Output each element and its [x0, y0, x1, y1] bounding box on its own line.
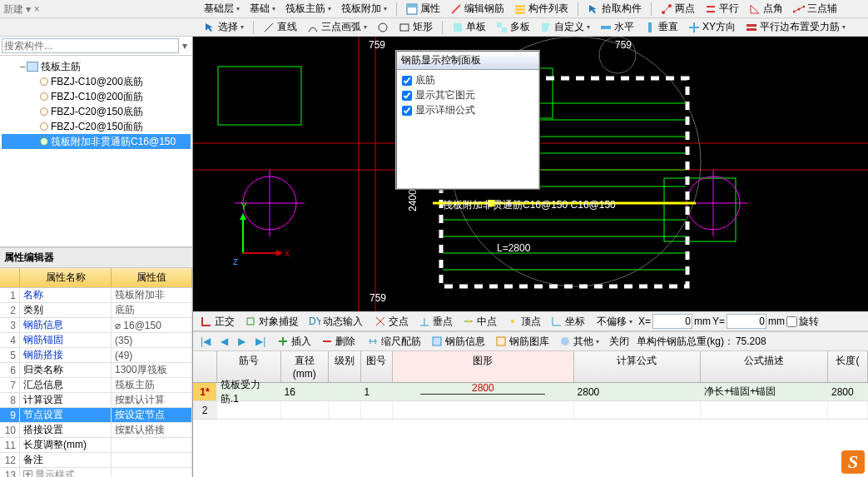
cell-name[interactable]: 筏板受力筋.1 — [217, 383, 281, 400]
btn-ortho[interactable]: 正交 — [196, 313, 239, 330]
tree-item-2[interactable]: FBZJ-C20@150底筋 — [2, 104, 191, 119]
btn-two-point[interactable]: 两点 — [657, 0, 699, 17]
btn-shrink-rebar[interactable]: 缩尺配筋 — [363, 333, 425, 350]
rebar-dropdown[interactable]: 筏板主筋▾ — [281, 0, 335, 17]
expand-icon[interactable]: − — [18, 61, 27, 72]
prop-value[interactable]: 筏板主筋 — [112, 378, 192, 392]
btn-vertex[interactable]: 顶点 — [503, 313, 545, 330]
tree-item-1[interactable]: FBZJ-C10@200面筋 — [2, 89, 191, 104]
prop-value[interactable]: 按默认计算 — [112, 393, 192, 407]
th-shape[interactable]: 图形 — [393, 351, 573, 382]
prop-value[interactable] — [112, 468, 192, 477]
btn-more-1[interactable] — [373, 20, 393, 35]
btn-other-dropdown[interactable]: 其他▾ — [555, 333, 603, 350]
btn-edit-rebar[interactable]: 编辑钢筋 — [446, 0, 508, 17]
btn-close[interactable]: 关闭 — [605, 333, 633, 350]
tree-item-4[interactable]: 筏板附加非贯通筋C16@150 — [2, 134, 191, 149]
rebar-display-control-panel[interactable]: 钢筋显示控制面板 底筋 显示其它图元 显示详细公式 — [395, 50, 540, 190]
btn-single-board[interactable]: 单板 — [448, 18, 490, 36]
btn-midpoint[interactable]: 中点 — [459, 313, 501, 330]
btn-rebar-lib[interactable]: 钢筋图库 — [491, 333, 553, 350]
x-input[interactable] — [652, 314, 692, 329]
th-length[interactable]: 长度( — [828, 351, 868, 382]
th-formula-desc[interactable]: 公式描述 — [701, 351, 828, 382]
property-row[interactable]: 11长度调整(mm) — [0, 438, 192, 453]
nav-first[interactable]: |◀ — [196, 334, 215, 349]
btn-vertical[interactable]: 垂直 — [640, 18, 682, 36]
property-row[interactable]: 5钢筋搭接(49) — [0, 348, 192, 363]
btn-properties[interactable]: 属性 — [402, 0, 444, 17]
rebar-add-dropdown[interactable]: 筏板附加▾ — [337, 0, 391, 17]
panel-title[interactable]: 钢筋显示控制面板 — [397, 52, 538, 70]
property-row[interactable]: 10搭接设置按默认搭接 — [0, 423, 192, 438]
btn-component-list[interactable]: 构件列表 — [510, 0, 573, 17]
cell-shape[interactable]: 2800 — [393, 383, 573, 400]
property-row[interactable]: 9节点设置按设定节点 — [0, 408, 192, 423]
property-row[interactable]: 13+显示样式 — [0, 468, 192, 477]
table-row[interactable]: 1* 筏板受力筋.1 16 1 2800 2800 净长+锚固+锚固 2800 — [193, 383, 868, 401]
btn-select[interactable]: 选择▾ — [200, 18, 248, 36]
prop-value[interactable]: 底筋 — [112, 303, 192, 317]
base-dropdown[interactable]: 基础▾ — [246, 0, 280, 17]
search-caret[interactable]: ▾ — [179, 40, 191, 52]
th-shape-no[interactable]: 图号 — [361, 351, 394, 382]
prop-value[interactable]: 1300厚筏板 — [112, 363, 192, 377]
prop-value[interactable]: ⌀ 16@150 — [112, 318, 192, 332]
prop-value[interactable]: 筏板附加非 — [112, 288, 192, 302]
btn-coord[interactable]: 坐标 — [547, 313, 589, 330]
btn-rebar-info[interactable]: 钢筋信息 — [427, 333, 489, 350]
property-row[interactable]: 6归类名称1300厚筏板 — [0, 363, 192, 378]
btn-insert[interactable]: 插入 — [273, 333, 315, 350]
prop-value[interactable] — [112, 438, 192, 452]
property-grid[interactable]: 1名称筏板附加非2类别底筋3钢筋信息⌀ 16@1504钢筋锚固(35)5钢筋搭接… — [0, 288, 192, 477]
btn-perp[interactable]: 垂点 — [414, 313, 457, 330]
nav-last[interactable]: ▶| — [251, 334, 270, 349]
prop-value[interactable]: (35) — [112, 333, 192, 347]
btn-custom[interactable]: 自定义▾ — [536, 18, 594, 36]
prop-value[interactable]: 按默认搭接 — [112, 423, 192, 437]
property-row[interactable]: 2类别底筋 — [0, 303, 192, 318]
btn-delete[interactable]: 删除 — [317, 333, 360, 350]
btn-osnap[interactable]: 对象捕捉 — [241, 313, 303, 330]
btn-parallel-edge[interactable]: 平行边布置受力筋▾ — [742, 18, 850, 36]
nav-next[interactable]: ▶ — [234, 334, 250, 349]
rot-check[interactable] — [786, 316, 797, 327]
prop-value[interactable] — [112, 453, 192, 467]
table-row-empty[interactable]: 2 — [193, 401, 868, 420]
cell-shape-no[interactable]: 1 — [361, 383, 394, 400]
btn-horizontal[interactable]: 水平 — [596, 18, 638, 36]
btn-dyn-input[interactable]: DYN动态输入 — [305, 313, 367, 330]
property-row[interactable]: 3钢筋信息⌀ 16@150 — [0, 318, 192, 333]
chk-show-other[interactable]: 显示其它图元 — [402, 88, 533, 102]
search-input[interactable] — [2, 38, 179, 53]
property-row[interactable]: 8计算设置按默认计算 — [0, 393, 192, 408]
layer-dropdown[interactable]: 基础层▾ — [200, 0, 244, 17]
th-grade[interactable]: 级别 — [329, 351, 361, 382]
cell-length[interactable]: 2800 — [828, 383, 868, 400]
nav-prev[interactable]: ◀ — [216, 334, 232, 349]
prop-value[interactable]: 按设定节点 — [112, 408, 192, 422]
property-row[interactable]: 7汇总信息筏板主筋 — [0, 378, 192, 393]
btn-parallel[interactable]: 平行 — [701, 0, 743, 17]
btn-xy[interactable]: XY方向 — [684, 18, 740, 36]
btn-multi-board[interactable]: 多板 — [492, 18, 534, 36]
btn-rect[interactable]: 矩形 — [394, 18, 437, 36]
th-diameter[interactable]: 直径(mm) — [281, 351, 330, 382]
prop-value[interactable]: (49) — [112, 348, 192, 362]
cell-formula-desc[interactable]: 净长+锚固+锚固 — [701, 383, 828, 400]
chk-show-formula[interactable]: 显示详细公式 — [402, 103, 533, 117]
property-row[interactable]: 4钢筋锚固(35) — [0, 333, 192, 348]
btn-pick[interactable]: 拾取构件 — [583, 0, 646, 17]
property-row[interactable]: 1名称筏板附加非 — [0, 288, 192, 303]
btn-arc-dropdown[interactable]: 三点画弧▾ — [303, 18, 371, 36]
cell-diameter[interactable]: 16 — [281, 383, 330, 400]
tree-item-3[interactable]: FBZJ-C20@150面筋 — [2, 119, 191, 134]
th-formula[interactable]: 计算公式 — [574, 351, 702, 382]
tree-item-0[interactable]: FBZJ-C10@200底筋 — [2, 74, 191, 89]
chk-bottom-rebar[interactable]: 底筋 — [402, 73, 533, 87]
btn-point-angle[interactable]: 点角 — [745, 0, 787, 17]
tree-root[interactable]: − 筏板主筋 — [2, 59, 191, 74]
cell-formula[interactable]: 2800 — [574, 383, 702, 400]
cell-grade[interactable] — [329, 383, 361, 400]
btn-three-point-aux[interactable]: 三点辅 — [789, 0, 841, 17]
